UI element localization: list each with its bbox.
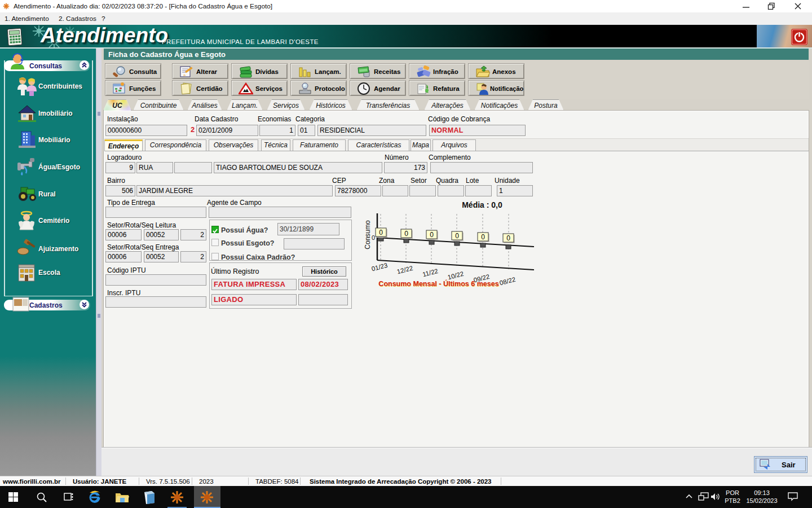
svg-text:11/22: 11/22 [422, 268, 439, 278]
svg-text:10/22: 10/22 [447, 270, 465, 281]
svg-text:12/22: 12/22 [396, 265, 414, 275]
svg-text:0: 0 [481, 233, 485, 241]
svg-text:0: 0 [455, 232, 459, 240]
svg-text:0: 0 [506, 234, 510, 242]
svg-text:0: 0 [379, 229, 383, 237]
svg-text:Média : 0,0: Média : 0,0 [462, 200, 502, 209]
svg-text:Consumo: Consumo [364, 220, 372, 249]
svg-text:Consumo Mensal - Últimos 6 mes: Consumo Mensal - Últimos 6 meses [378, 279, 498, 288]
svg-text:01/23: 01/23 [371, 262, 389, 273]
svg-text:0: 0 [372, 234, 375, 241]
svg-text:0: 0 [430, 231, 434, 239]
svg-text:0: 0 [404, 230, 408, 238]
svg-text:08/22: 08/22 [499, 276, 517, 287]
